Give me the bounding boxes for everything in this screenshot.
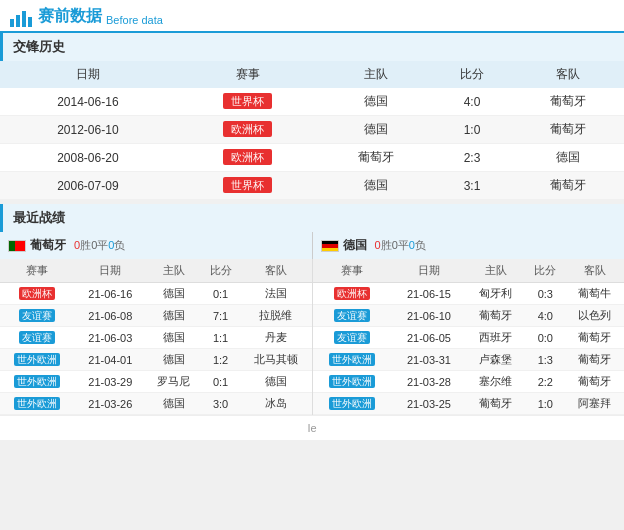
left-date: 21-03-29 <box>75 371 147 393</box>
list-item: 友谊赛 21-06-05 西班牙 0:0 葡萄牙 <box>313 327 625 349</box>
left-score: 0:1 <box>201 371 240 393</box>
portugal-flag <box>8 240 26 252</box>
h2h-col-comp: 赛事 <box>176 61 320 88</box>
germany-flag <box>321 240 339 252</box>
h2h-away: 葡萄牙 <box>513 172 624 200</box>
team-right-header: 德国 0胜0平0负 <box>312 232 625 259</box>
right-date: 21-06-15 <box>391 283 467 305</box>
list-item: 世外欧洲 21-03-29 罗马尼 0:1 德国 <box>0 371 312 393</box>
left-score: 7:1 <box>201 305 240 327</box>
right-col-away: 客队 <box>566 259 624 283</box>
right-date: 21-06-10 <box>391 305 467 327</box>
right-home: 葡萄牙 <box>467 393 525 415</box>
left-away: 拉脱维 <box>240 305 312 327</box>
list-item: 世外欧洲 21-03-25 葡萄牙 1:0 阿塞拜 <box>313 393 625 415</box>
right-results-table: 赛事 日期 主队 比分 客队 欧洲杯 21-06-15 匈牙利 0:3 葡萄牛 … <box>313 259 625 415</box>
right-date: 21-03-28 <box>391 371 467 393</box>
site-title-cn: 赛前数据 <box>38 6 102 27</box>
right-score: 1:3 <box>525 349 566 371</box>
right-comp: 世外欧洲 <box>313 393 392 415</box>
h2h-comp: 世界杯 <box>176 88 320 116</box>
right-away: 葡萄牙 <box>566 349 624 371</box>
right-col-date: 日期 <box>391 259 467 283</box>
left-away: 北马其顿 <box>240 349 312 371</box>
h2h-col-home: 主队 <box>320 61 431 88</box>
results-tables: 赛事 日期 主队 比分 客队 欧洲杯 21-06-16 德国 0:1 法国 友谊… <box>0 259 624 415</box>
h2h-col-away: 客队 <box>513 61 624 88</box>
h2h-date: 2012-06-10 <box>0 116 176 144</box>
left-comp: 世外欧洲 <box>0 349 75 371</box>
left-date: 21-06-03 <box>75 327 147 349</box>
h2h-home: 葡萄牙 <box>320 144 431 172</box>
table-row: 2006-07-09 世界杯 德国 3:1 葡萄牙 <box>0 172 624 200</box>
h2h-table: 日期 赛事 主队 比分 客队 2014-06-16 世界杯 德国 4:0 葡萄牙… <box>0 61 624 200</box>
right-comp: 欧洲杯 <box>313 283 392 305</box>
h2h-score: 1:0 <box>432 116 513 144</box>
right-away: 葡萄牛 <box>566 283 624 305</box>
right-comp: 友谊赛 <box>313 327 392 349</box>
left-date: 21-04-01 <box>75 349 147 371</box>
left-score: 1:2 <box>201 349 240 371</box>
list-item: 世外欧洲 21-03-26 德国 3:0 冰岛 <box>0 393 312 415</box>
left-score: 0:1 <box>201 283 240 305</box>
list-item: 友谊赛 21-06-10 葡萄牙 4:0 以色列 <box>313 305 625 327</box>
h2h-col-score: 比分 <box>432 61 513 88</box>
right-score: 2:2 <box>525 371 566 393</box>
left-away: 冰岛 <box>240 393 312 415</box>
list-item: 欧洲杯 21-06-15 匈牙利 0:3 葡萄牛 <box>313 283 625 305</box>
left-away: 丹麦 <box>240 327 312 349</box>
left-home: 罗马尼 <box>146 371 201 393</box>
h2h-home: 德国 <box>320 172 431 200</box>
h2h-home: 德国 <box>320 116 431 144</box>
right-away: 以色列 <box>566 305 624 327</box>
header: 赛前数据 Before data <box>0 0 624 33</box>
team-left-header: 葡萄牙 0胜0平0负 <box>0 232 312 259</box>
table-row: 2008-06-20 欧洲杯 葡萄牙 2:3 德国 <box>0 144 624 172</box>
left-col-home: 主队 <box>146 259 201 283</box>
right-away: 葡萄牙 <box>566 371 624 393</box>
right-score: 0:3 <box>525 283 566 305</box>
h2h-home: 德国 <box>320 88 431 116</box>
h2h-date: 2006-07-09 <box>0 172 176 200</box>
left-col-comp: 赛事 <box>0 259 75 283</box>
right-home: 匈牙利 <box>467 283 525 305</box>
h2h-score: 3:1 <box>432 172 513 200</box>
footer-text: Ie <box>307 422 316 434</box>
left-col-score: 比分 <box>201 259 240 283</box>
left-comp: 友谊赛 <box>0 305 75 327</box>
right-score: 0:0 <box>525 327 566 349</box>
right-col-comp: 赛事 <box>313 259 392 283</box>
site-title-en: Before data <box>106 14 163 27</box>
left-away: 德国 <box>240 371 312 393</box>
table-row: 2014-06-16 世界杯 德国 4:0 葡萄牙 <box>0 88 624 116</box>
h2h-away: 葡萄牙 <box>513 88 624 116</box>
right-home: 塞尔维 <box>467 371 525 393</box>
left-home: 德国 <box>146 393 201 415</box>
left-col-away: 客队 <box>240 259 312 283</box>
right-score: 4:0 <box>525 305 566 327</box>
left-date: 21-06-08 <box>75 305 147 327</box>
right-comp: 世外欧洲 <box>313 349 392 371</box>
right-results: 赛事 日期 主队 比分 客队 欧洲杯 21-06-15 匈牙利 0:3 葡萄牛 … <box>313 259 625 415</box>
left-home: 德国 <box>146 305 201 327</box>
left-comp: 世外欧洲 <box>0 371 75 393</box>
right-comp: 友谊赛 <box>313 305 392 327</box>
left-score: 3:0 <box>201 393 240 415</box>
page-footer: Ie <box>0 415 624 440</box>
h2h-col-date: 日期 <box>0 61 176 88</box>
bar-chart-icon <box>10 11 32 27</box>
right-col-home: 主队 <box>467 259 525 283</box>
left-home: 德国 <box>146 349 201 371</box>
h2h-away: 葡萄牙 <box>513 116 624 144</box>
left-home: 德国 <box>146 283 201 305</box>
left-results: 赛事 日期 主队 比分 客队 欧洲杯 21-06-16 德国 0:1 法国 友谊… <box>0 259 313 415</box>
team-right-name: 德国 <box>343 237 367 254</box>
right-away: 阿塞拜 <box>566 393 624 415</box>
list-item: 友谊赛 21-06-03 德国 1:1 丹麦 <box>0 327 312 349</box>
left-date: 21-06-16 <box>75 283 147 305</box>
recent-section: 最近战绩 葡萄牙 0胜0平0负 德国 0胜0平0负 赛事 日期 <box>0 204 624 415</box>
team-right-record: 0胜0平0负 <box>375 238 426 253</box>
list-item: 世外欧洲 21-03-31 卢森堡 1:3 葡萄牙 <box>313 349 625 371</box>
right-col-score: 比分 <box>525 259 566 283</box>
h2h-comp: 世界杯 <box>176 172 320 200</box>
